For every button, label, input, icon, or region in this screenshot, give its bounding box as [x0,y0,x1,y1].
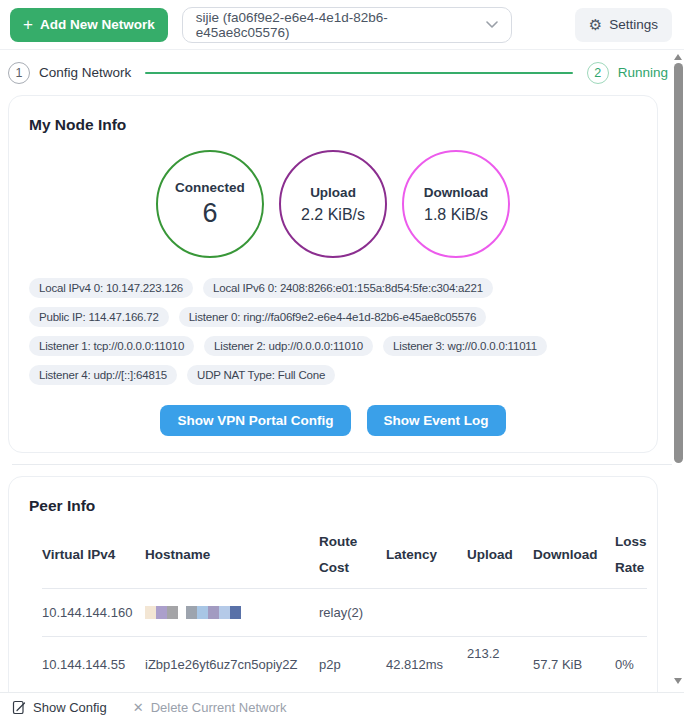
scrollbar-thumb[interactable] [674,63,683,463]
tag-udp-nat-type: UDP NAT Type: Full Cone [187,365,335,385]
settings-label: Settings [609,17,658,32]
delete-current-network-button[interactable]: ✕ Delete Current Network [133,700,287,715]
node-info-title: My Node Info [29,116,637,134]
peer-table: Virtual IPv4 Hostname Route Cost Latency… [42,523,647,693]
show-config-label: Show Config [33,700,107,715]
step-2-circle: 2 [587,62,609,84]
step-2-number: 2 [594,66,601,80]
stat-download-label: Download [424,185,489,200]
tag-listener-1: Listener 1: tcp://0.0.0.0:11010 [29,336,194,356]
card-divider [12,464,672,465]
step-1-circle: 1 [8,62,30,84]
cell-virtual-ipv4: 10.144.144.160 [42,605,145,620]
step-2-label: Running [618,65,668,80]
bottom-bar: Show Config ✕ Delete Current Network [0,692,684,721]
cell-hostname: iZbp1e26yt6uz7cn5opiy2Z [145,657,319,672]
redacted-hostname [145,606,319,619]
stat-download-circle: Download 1.8 KiB/s [402,150,510,258]
network-select-value: sijie (fa06f9e2-e6e4-4e1d-82b6-e45ae8c05… [196,10,478,40]
col-loss-rate: Loss Rate [615,529,658,582]
step-1-number: 1 [16,66,23,80]
tag-local-ipv4: Local IPv4 0: 10.147.223.126 [29,278,193,298]
peer-table-header: Virtual IPv4 Hostname Route Cost Latency… [42,523,647,589]
stat-upload-value: 2.2 KiB/s [301,206,365,224]
tag-local-ipv6: Local IPv6 0: 2408:8266:e01:155a:8d54:5f… [203,278,493,298]
tag-listener-3: Listener 3: wg://0.0.0.0:11011 [383,336,547,356]
node-buttons-row: Show VPN Portal Config Show Event Log [29,405,637,436]
add-new-network-label: Add New Network [40,17,155,32]
col-virtual-ipv4: Virtual IPv4 [42,542,145,568]
table-row: 10.144.144.160 relay(2) [42,589,647,637]
cell-route-cost: p2p [319,657,386,672]
cell-latency: 42.812ms [386,657,467,672]
stat-connected-label: Connected [175,180,245,195]
stat-download-value: 1.8 KiB/s [424,206,488,224]
node-tags: Local IPv4 0: 10.147.223.126 Local IPv6 … [29,278,637,385]
stat-upload-label: Upload [310,185,356,200]
step-1-label: Config Network [39,65,131,80]
file-edit-icon [12,700,26,715]
stat-connected-circle: Connected 6 [156,150,264,258]
col-hostname: Hostname [145,542,319,568]
stat-connected-value: 6 [202,198,217,229]
tag-listener-0: Listener 0: ring://fa06f9e2-e6e4-4e1d-82… [179,307,487,327]
show-config-button[interactable]: Show Config [12,700,107,715]
cell-route-cost: relay(2) [319,605,386,620]
peer-info-card: Peer Info Virtual IPv4 Hostname Route Co… [8,476,658,721]
top-toolbar: + Add New Network sijie (fa06f9e2-e6e4-4… [0,0,684,50]
tag-public-ip: Public IP: 114.47.166.72 [29,307,169,327]
cell-virtual-ipv4: 10.144.144.55 [42,657,145,672]
stepper: 1 Config Network 2 Running [0,50,684,95]
gear-icon: ⚙ [589,17,602,32]
show-event-log-button[interactable]: Show Event Log [367,405,506,436]
show-vpn-portal-config-button[interactable]: Show VPN Portal Config [160,405,350,436]
col-upload: Upload [467,542,533,568]
col-download: Download [533,542,615,568]
peer-info-title: Peer Info [9,497,657,515]
node-stats: Connected 6 Upload 2.2 KiB/s Download 1.… [29,150,637,258]
vertical-scrollbar[interactable] [672,50,684,692]
col-latency: Latency [386,542,467,568]
settings-button[interactable]: ⚙ Settings [575,8,672,42]
delete-network-label: Delete Current Network [151,700,287,715]
tag-listener-2: Listener 2: udp://0.0.0.0:11010 [204,336,373,356]
col-route-cost: Route Cost [319,529,386,582]
scroll-down-arrow-icon[interactable] [674,678,682,684]
network-select[interactable]: sijie (fa06f9e2-e6e4-4e1d-82b6-e45ae8c05… [182,7,512,43]
chevron-down-icon [486,21,498,28]
cell-upload: 213.2 [467,646,533,661]
add-new-network-button[interactable]: + Add New Network [10,8,168,42]
cell-download: 57.7 KiB [533,657,615,672]
plus-icon: + [23,16,33,33]
close-icon: ✕ [133,700,144,715]
my-node-info-card: My Node Info Connected 6 Upload 2.2 KiB/… [8,95,658,453]
tag-listener-4: Listener 4: udp://[::]:64815 [29,365,177,385]
step-connector-line [145,72,572,74]
table-row: 10.144.144.55 iZbp1e26yt6uz7cn5opiy2Z p2… [42,637,647,693]
stat-upload-circle: Upload 2.2 KiB/s [279,150,387,258]
scroll-up-arrow-icon[interactable] [674,54,682,60]
cell-loss-rate: 0% [615,657,658,672]
